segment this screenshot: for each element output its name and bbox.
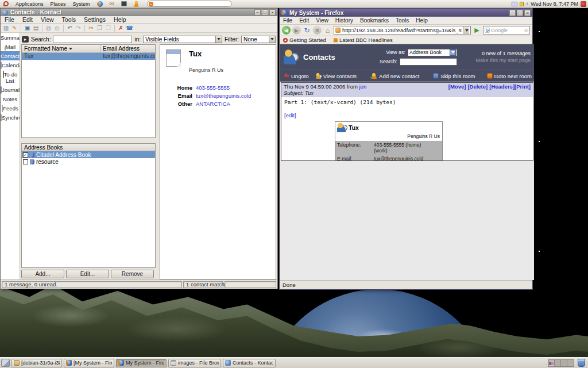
go-button[interactable]: ▶	[473, 26, 481, 34]
sidebar-item-mail[interactable]: Mail	[1, 42, 20, 51]
taskbar-window-kontact[interactable]: Contacts - Kontact	[223, 359, 276, 367]
firefox-menu-view[interactable]: View	[312, 17, 332, 24]
bookmark-getting-started[interactable]: Getting Started	[283, 37, 326, 43]
url-dropdown-icon[interactable]	[463, 26, 469, 34]
kontact-titlebar[interactable]: Contacts - Kontact − □ ×	[1, 9, 277, 16]
display-tray-icon[interactable]	[512, 2, 517, 6]
view-contacts-button[interactable]: View contacts	[316, 73, 357, 79]
view-as-select[interactable]: Address Book	[408, 49, 457, 56]
home-phone-link[interactable]: 403-555-5555	[196, 85, 270, 91]
undo-icon[interactable]: ↶	[66, 24, 74, 32]
sidebar-item-calendar[interactable]: Calendar	[1, 60, 20, 70]
firefox-menu-tools[interactable]: Tools	[392, 17, 412, 24]
minimize-button[interactable]: −	[509, 10, 516, 16]
close-button[interactable]: ×	[269, 9, 276, 16]
workspace-4[interactable]	[567, 360, 574, 366]
stop-button[interactable]: ✖	[313, 26, 322, 34]
show-desktop-button[interactable]	[1, 359, 10, 367]
kontact-menu-settings[interactable]: Settings	[80, 16, 110, 23]
vcard-email-link[interactable]: tux@thepenguinis.cold	[372, 155, 442, 161]
volume-tray-icon[interactable]: ♪	[526, 1, 529, 6]
edit-link[interactable]: [edit]	[284, 112, 296, 118]
redo-icon[interactable]: ↷	[75, 24, 82, 32]
save-icon[interactable]: ▣	[24, 24, 31, 32]
back-button[interactable]: ◀	[282, 26, 291, 34]
sidebar-item-contacts[interactable]: Contacts	[1, 51, 20, 60]
skip-this-room-button[interactable]: Skip this room	[433, 73, 475, 79]
sidebar-item-journal[interactable]: Journal	[1, 85, 20, 94]
workspace-1[interactable]	[548, 360, 555, 366]
mail-launcher[interactable]: ✉	[106, 0, 118, 7]
room-search-input[interactable]	[400, 58, 457, 66]
url-bar[interactable]	[334, 26, 471, 34]
sender-link[interactable]: jon	[359, 83, 367, 90]
sidebar-item-feeds[interactable]: Feeds	[1, 103, 20, 113]
menu-system[interactable]: System	[69, 0, 94, 7]
web-search-box[interactable]: G Google ◎	[483, 26, 530, 34]
minimize-button[interactable]: −	[254, 9, 261, 16]
lock-tray-icon[interactable]	[520, 2, 524, 6]
menu-places[interactable]: Places	[47, 0, 69, 7]
taskbar-window-cd[interactable]: [debian-31r0a-i386-...	[11, 359, 62, 367]
add-contact-button[interactable]: Add...	[21, 270, 64, 278]
contact-row-tux[interactable]: Tux tux@thepenguinis.cold	[22, 53, 155, 60]
firefox-menu-edit[interactable]: Edit	[296, 17, 312, 24]
logout-icon[interactable]	[581, 1, 586, 7]
goto-next-room-button[interactable]: Goto next room	[487, 73, 532, 79]
contact-search-input[interactable]	[53, 36, 132, 43]
sidebar-item-notes[interactable]: Notes	[1, 94, 20, 103]
sidebar-item-summary[interactable]: Summary	[1, 33, 20, 42]
print-icon[interactable]: ▤	[32, 24, 40, 32]
taskbar-window-file-browser[interactable]: images - File Browser	[168, 359, 221, 367]
search-in-select[interactable]: Visible Fields	[143, 36, 222, 43]
close-button[interactable]: ×	[524, 10, 531, 16]
taskbar-window-firefox-active[interactable]: My System - Firefox	[116, 359, 167, 367]
checkbox-checked[interactable]: ✓	[23, 152, 28, 158]
kontact-menu-tools[interactable]: Tools	[58, 16, 80, 23]
user-launcher[interactable]	[130, 0, 142, 7]
kontact-menu-view[interactable]: View	[37, 16, 58, 23]
edit-contact-button[interactable]: Edit...	[66, 270, 109, 278]
sidebar-item-synchronization[interactable]: Synchronization	[1, 113, 20, 122]
find-next-icon[interactable]: ◎	[53, 24, 61, 32]
cut-icon[interactable]: ✂	[87, 24, 95, 32]
column-header-email[interactable]: Email Address	[100, 45, 155, 52]
delete-icon[interactable]: ✗	[117, 24, 125, 32]
print-link[interactable]: [Print]	[514, 83, 531, 90]
new-contact-icon[interactable]: ▥	[2, 24, 10, 32]
firefox-menu-file[interactable]: File	[280, 17, 296, 24]
firefox-launcher[interactable]	[94, 0, 106, 7]
maximize-button[interactable]: □	[262, 9, 268, 16]
copy-icon[interactable]: ❐	[96, 24, 103, 32]
bookmark-bbc-headlines[interactable]: Latest BBC Headlines	[333, 37, 393, 43]
maximize-button[interactable]: □	[517, 10, 523, 16]
firefox-titlebar[interactable]: My System - Firefox − □ ×	[280, 9, 532, 17]
ungoto-button[interactable]: Ungoto	[284, 73, 309, 79]
url-input[interactable]	[342, 27, 462, 34]
kontact-menu-edit[interactable]: Edit	[18, 16, 37, 23]
headers-link[interactable]: [Headers]	[489, 83, 514, 90]
kontact-menu-file[interactable]: File	[1, 16, 18, 23]
kontact-menu-help[interactable]: Help	[110, 16, 130, 23]
splitter-handle[interactable]	[21, 138, 156, 143]
address-book-citadel[interactable]: ✓ Citadel Address Book	[22, 151, 155, 158]
sidebar-item-todo[interactable]: To-do List	[1, 70, 20, 85]
start-page-link[interactable]: Make this my start page	[462, 57, 531, 64]
distro-menu-icon[interactable]	[0, 0, 12, 7]
find-icon[interactable]: ◎	[45, 24, 52, 32]
clear-search-icon[interactable]: ▸	[22, 36, 29, 43]
menu-applications[interactable]: Applications	[12, 0, 47, 7]
home-button[interactable]: ⌂	[323, 26, 332, 34]
forward-button[interactable]: ▶	[292, 26, 301, 34]
other-address-link[interactable]: ANTARCTICA	[196, 101, 270, 107]
email-link[interactable]: tux@thepenguinis.cold	[196, 93, 270, 99]
terminal-launcher[interactable]	[118, 0, 130, 7]
delete-link[interactable]: [Delete]	[467, 83, 488, 90]
workspace-2[interactable]	[555, 360, 561, 366]
trash-icon[interactable]	[578, 359, 585, 367]
edit-contact-icon[interactable]: ✎	[11, 24, 18, 32]
firefox-menu-bookmarks[interactable]: Bookmarks	[357, 17, 392, 24]
deskbar-search-input[interactable]: »	[147, 1, 232, 7]
filter-select[interactable]: None	[241, 36, 276, 43]
move-link[interactable]: [Move]	[448, 83, 466, 90]
